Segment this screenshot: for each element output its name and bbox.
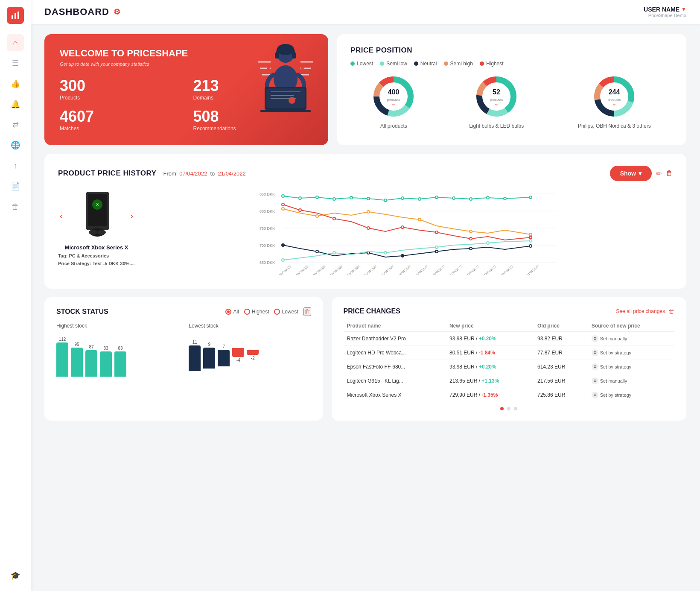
- sidebar-item-upload[interactable]: ↑: [7, 157, 24, 174]
- filter-lowest[interactable]: Lowest: [274, 309, 298, 315]
- new-price-cell: 80.51 EUR / -1.84%: [446, 346, 534, 360]
- svg-point-98: [316, 250, 318, 253]
- svg-text:700 DKK: 700 DKK: [260, 243, 275, 248]
- lowest-stock-group: Lowest stock 1197-4-2: [189, 323, 311, 377]
- price-history-chart: 850 DKK 800 DKK 750 DKK 700 DKK 650 DKK: [145, 190, 673, 275]
- svg-text:✏: ✏: [613, 103, 616, 107]
- new-price-cell: 729.90 EUR / -1.35%: [446, 388, 534, 402]
- price-changes-delete-button[interactable]: 🗑: [668, 308, 674, 315]
- list-item: -4: [232, 348, 244, 363]
- lowest-radio-icon: [274, 309, 280, 315]
- product-name-cell: Razer Deathadder V2 Pro: [344, 332, 446, 346]
- filter-lowest-label: Lowest: [282, 309, 298, 315]
- bar-charts: Highest stock 11295878383 Lowest stock 1…: [56, 323, 311, 377]
- svg-text:✏: ✏: [392, 103, 395, 107]
- sidebar-item-file[interactable]: 📄: [7, 178, 24, 195]
- filter-highest-label: Highest: [252, 309, 269, 315]
- stock-delete-button[interactable]: 🗑: [303, 307, 311, 316]
- svg-rect-1: [15, 13, 16, 19]
- svg-text:20/04/2022: 20/04/2022: [500, 265, 513, 275]
- donut-svg-container: 244products✏: [593, 75, 636, 120]
- page-dot-3[interactable]: [514, 407, 517, 410]
- svg-point-97: [282, 244, 284, 246]
- delete-button[interactable]: 🗑: [666, 170, 673, 177]
- svg-text:08/04/2022: 08/04/2022: [295, 265, 309, 275]
- donuts-row: 400products✏All products52products✏Light…: [350, 75, 673, 129]
- svg-point-87: [401, 226, 404, 228]
- list-item: 11: [189, 340, 201, 371]
- svg-point-106: [384, 252, 387, 254]
- show-button[interactable]: Show ▾: [610, 166, 652, 181]
- settings-icon[interactable]: ⚙: [114, 7, 121, 17]
- price-changes-card: PRICE CHANGES See all price changes 🗑 Pr…: [332, 297, 686, 421]
- prev-product-button[interactable]: ‹: [60, 211, 63, 221]
- svg-text:✏: ✏: [495, 103, 498, 107]
- svg-point-10: [301, 67, 304, 70]
- page-title: DASHBOARD ⚙: [44, 6, 121, 18]
- svg-point-57: [97, 230, 106, 235]
- see-all-button[interactable]: See all price changes: [616, 308, 665, 314]
- svg-point-100: [401, 255, 404, 257]
- legend-item-semi-high: Semi high: [444, 61, 473, 67]
- old-price-cell: 614.23 EUR: [534, 360, 588, 374]
- sidebar-item-learn[interactable]: 🎓: [7, 567, 24, 584]
- donut-svg-container: 52products✏: [475, 75, 518, 120]
- next-product-button[interactable]: ›: [130, 211, 133, 221]
- chart-body: ‹ › X: [58, 190, 673, 277]
- stat-matches: 4607 Matches: [60, 108, 180, 132]
- source-cell: ⚙ Set by strategy: [588, 360, 674, 374]
- product-name-cell: Epson FastFoto FF-680...: [344, 360, 446, 374]
- svg-rect-14: [292, 53, 296, 59]
- source-cell: ⚙ Set manually: [588, 374, 674, 388]
- svg-point-80: [487, 196, 489, 199]
- svg-point-104: [282, 259, 284, 261]
- table-row: Logitech HD Pro Webca... 80.51 EUR / -1.…: [344, 346, 674, 360]
- sidebar-item-share[interactable]: ⇄: [7, 116, 24, 133]
- svg-text:750 DKK: 750 DKK: [260, 226, 275, 231]
- highest-stock-group: Highest stock 11295878383: [56, 323, 178, 377]
- svg-text:244: 244: [609, 88, 620, 96]
- chart-dates: From 07/04/2022 to 21/04/2022: [163, 170, 246, 177]
- stock-filter-group: All Highest Lowest: [225, 309, 298, 315]
- old-price-cell: 725.86 EUR: [534, 388, 588, 402]
- list-item: 83: [114, 346, 126, 377]
- donut-title: Philips, OBH Nordica & 3 others: [578, 123, 651, 129]
- filter-all[interactable]: All: [225, 309, 239, 315]
- page-dot-2[interactable]: [507, 407, 510, 410]
- sidebar-item-trash[interactable]: 🗑: [7, 198, 24, 215]
- source-icon: ⚙: [592, 392, 598, 398]
- table-row: Logitech G915 TKL Lig... 213.65 EUR / +1…: [344, 374, 674, 388]
- table-row: Razer Deathadder V2 Pro 93.98 EUR / +0.2…: [344, 332, 674, 346]
- sidebar-item-thumb[interactable]: 👍: [7, 75, 24, 92]
- sidebar: ⌂ ☰ 👍 🔔 ⇄ 🌐 ↑ 📄 🗑 🎓: [0, 0, 31, 591]
- svg-rect-51: [88, 194, 107, 226]
- legend-item-highest: Highest: [480, 61, 504, 67]
- pagination: [344, 407, 674, 410]
- filter-highest[interactable]: Highest: [244, 309, 269, 315]
- svg-point-108: [487, 242, 489, 244]
- old-price-cell: 93.82 EUR: [534, 332, 588, 346]
- user-menu[interactable]: USER NAME ▼ PriceShape Demo: [644, 6, 686, 18]
- price-position-title: PRICE POSITION: [350, 46, 673, 55]
- stock-status-card: STOCK STATUS All Highest Lowest: [44, 297, 323, 421]
- app-logo[interactable]: [7, 7, 24, 24]
- username-display: USER NAME ▼: [644, 6, 686, 13]
- svg-text:09/04/2022: 09/04/2022: [312, 265, 326, 275]
- chevron-down-icon: ▾: [639, 170, 642, 177]
- svg-point-70: [316, 196, 318, 199]
- svg-point-83: [282, 203, 284, 206]
- svg-text:products: products: [490, 98, 503, 102]
- source-icon: ⚙: [592, 363, 598, 370]
- svg-rect-2: [18, 12, 19, 19]
- sidebar-item-globe[interactable]: 🌐: [7, 137, 24, 154]
- user-subtitle: PriceShape Demo: [644, 13, 686, 18]
- sidebar-item-list[interactable]: ☰: [7, 55, 24, 72]
- source-icon: ⚙: [592, 335, 598, 342]
- svg-text:19/04/2022: 19/04/2022: [483, 265, 496, 275]
- svg-point-75: [401, 197, 404, 199]
- svg-point-86: [367, 227, 370, 229]
- sidebar-item-bell[interactable]: 🔔: [7, 96, 24, 113]
- edit-button[interactable]: ✏: [656, 170, 662, 178]
- sidebar-item-home[interactable]: ⌂: [7, 34, 24, 51]
- page-dot-1[interactable]: [500, 407, 504, 410]
